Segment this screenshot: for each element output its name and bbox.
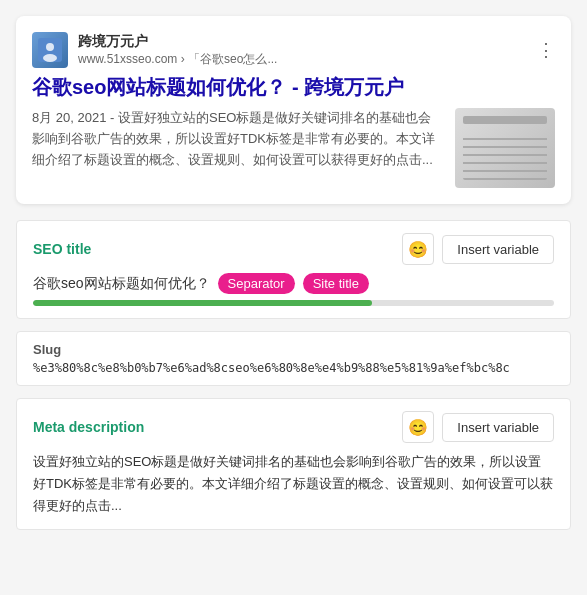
separator-tag[interactable]: Separator	[218, 273, 295, 294]
seo-title-input-row: 谷歌seo网站标题如何优化？ Separator Site title	[33, 273, 554, 294]
meta-description-header: Meta description 😊 Insert variable	[33, 411, 554, 443]
seo-title-section: SEO title 😊 Insert variable 谷歌seo网站标题如何优…	[16, 220, 571, 319]
more-options-icon[interactable]: ⋮	[537, 39, 555, 61]
preview-description: 8月 20, 2021 - 设置好独立站的SEO标题是做好关键词排名的基础也会影…	[32, 108, 443, 188]
site-title-tag[interactable]: Site title	[303, 273, 369, 294]
preview-card: 跨境万元户 www.51xsseo.com › 「谷歌seo怎么... ⋮ 谷歌…	[16, 16, 571, 204]
preview-thumbnail	[455, 108, 555, 188]
preview-title-link[interactable]: 谷歌seo网站标题如何优化？ - 跨境万元户	[32, 74, 555, 100]
meta-description-section: Meta description 😊 Insert variable 设置好独立…	[16, 398, 571, 530]
site-name: 跨境万元户	[78, 33, 277, 51]
seo-title-emoji-button[interactable]: 😊	[402, 233, 434, 265]
meta-description-insert-variable-button[interactable]: Insert variable	[442, 413, 554, 442]
avatar	[32, 32, 68, 68]
seo-title-insert-variable-button[interactable]: Insert variable	[442, 235, 554, 264]
slug-section: Slug %e3%80%8c%e8%b0%b7%e6%ad%8cseo%e6%8…	[16, 331, 571, 386]
site-header: 跨境万元户 www.51xsseo.com › 「谷歌seo怎么... ⋮	[32, 32, 555, 68]
seo-title-progress	[33, 300, 554, 306]
slug-label: Slug	[33, 342, 554, 357]
seo-title-label: SEO title	[33, 241, 91, 257]
seo-title-actions: 😊 Insert variable	[402, 233, 554, 265]
preview-content: 8月 20, 2021 - 设置好独立站的SEO标题是做好关键词排名的基础也会影…	[32, 108, 555, 188]
svg-point-1	[46, 43, 54, 51]
svg-point-2	[43, 54, 57, 62]
seo-title-progress-fill	[33, 300, 372, 306]
meta-description-text: 设置好独立站的SEO标题是做好关键词排名的基础也会影响到谷歌广告的效果，所以设置…	[33, 451, 554, 517]
site-name-domain: 跨境万元户 www.51xsseo.com › 「谷歌seo怎么...	[78, 33, 277, 68]
seo-title-header: SEO title 😊 Insert variable	[33, 233, 554, 265]
meta-description-actions: 😊 Insert variable	[402, 411, 554, 443]
seo-title-text: 谷歌seo网站标题如何优化？	[33, 275, 210, 293]
slug-value: %e3%80%8c%e8%b0%b7%e6%ad%8cseo%e6%80%8e%…	[33, 361, 554, 375]
site-domain: www.51xsseo.com › 「谷歌seo怎么...	[78, 51, 277, 68]
meta-description-label: Meta description	[33, 419, 144, 435]
site-info: 跨境万元户 www.51xsseo.com › 「谷歌seo怎么...	[32, 32, 277, 68]
meta-description-emoji-button[interactable]: 😊	[402, 411, 434, 443]
